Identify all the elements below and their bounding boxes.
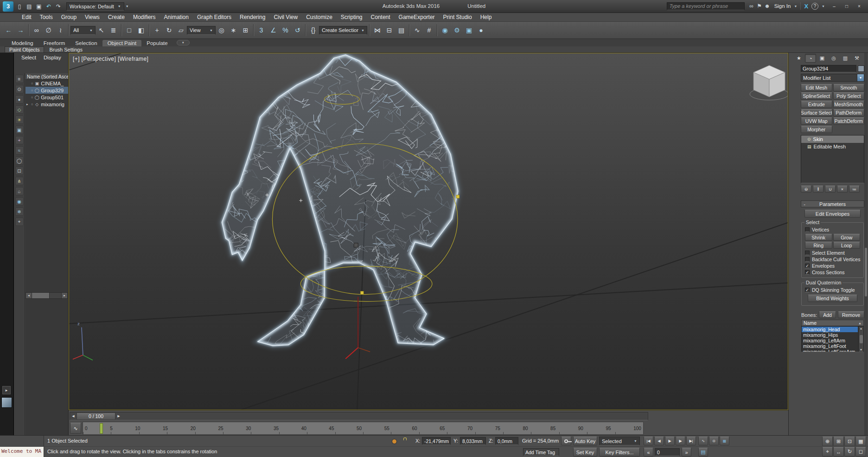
- edit-envelopes-button[interactable]: Edit Envelopes: [804, 210, 861, 218]
- manipulate-icon[interactable]: ∗: [228, 25, 239, 36]
- backface-cull-checkbox[interactable]: Backface Cull Vertices: [803, 256, 862, 263]
- ribbon-collapse-icon[interactable]: ▾: [177, 40, 190, 45]
- mini-curve-editor-icon[interactable]: ∿: [70, 423, 81, 434]
- visibility-dot-icon[interactable]: ○: [31, 96, 33, 99]
- object-name-field[interactable]: Group3294: [801, 65, 856, 72]
- time-slider-track[interactable]: ◀ 0 / 100 ▶: [70, 412, 648, 420]
- viewport-label[interactable]: [+] [Perspective] [Wireframe]: [73, 56, 148, 62]
- layout-thumbnail[interactable]: [1, 397, 12, 408]
- visibility-dot-icon[interactable]: ○: [31, 103, 33, 106]
- undo-icon[interactable]: ↶: [44, 2, 53, 11]
- visibility-dot-icon[interactable]: ○: [31, 89, 33, 92]
- prev-key-icon[interactable]: «: [644, 448, 653, 457]
- current-frame-field[interactable]: 0: [655, 448, 680, 456]
- show-helpers-icon[interactable]: +: [15, 136, 24, 144]
- explorer-menu[interactable]: Select: [21, 55, 36, 63]
- go-start-icon[interactable]: |◀: [644, 437, 653, 445]
- menu-item[interactable]: Civil View: [269, 14, 302, 20]
- shrink-button[interactable]: Shrink: [805, 234, 832, 241]
- modifier-button[interactable]: Extrude: [801, 101, 832, 108]
- curve-editor-icon[interactable]: ∿: [411, 25, 423, 36]
- select-object-icon[interactable]: ↖: [96, 25, 107, 36]
- modifier-button[interactable]: UVW Map: [801, 117, 832, 125]
- zoom-extents-all-icon[interactable]: ▦: [855, 437, 866, 446]
- z-coordinate-field[interactable]: 0,0mm: [495, 437, 518, 445]
- menu-item[interactable]: Rendering: [236, 14, 269, 20]
- search-community-icon[interactable]: ∞: [748, 3, 755, 9]
- minimize-icon[interactable]: –: [828, 2, 840, 10]
- create-tab-icon[interactable]: ★: [793, 54, 804, 63]
- sign-in-caret-icon[interactable]: ▼: [794, 5, 797, 8]
- show-cameras-icon[interactable]: ▣: [15, 126, 24, 134]
- select-link-icon[interactable]: ∞: [31, 25, 42, 36]
- next-key-icon[interactable]: »: [682, 448, 691, 457]
- zoom-extents-icon[interactable]: ⊡: [844, 437, 855, 446]
- prev-frame-arrow-icon[interactable]: ◀: [70, 412, 77, 420]
- y-coordinate-field[interactable]: 8,033mm: [460, 437, 486, 445]
- x-logo-icon[interactable]: X: [804, 3, 808, 10]
- x-coordinate-field[interactable]: -21,479mm: [422, 437, 451, 445]
- ribbon-tab[interactable]: Freeform: [38, 40, 70, 46]
- dq-skinning-checkbox[interactable]: DQ Skinning Toggle: [803, 287, 862, 293]
- scene-item-mixamorig[interactable]: ▸ ○ ◇ mixamorig: [26, 101, 68, 108]
- modify-tab-icon[interactable]: ◔: [805, 54, 816, 63]
- select-element-checkbox[interactable]: Select Element: [803, 250, 862, 256]
- percent-snap-icon[interactable]: %: [280, 25, 291, 36]
- object-color-swatch[interactable]: [858, 65, 864, 72]
- modifier-button[interactable]: MeshSmooth: [833, 101, 865, 108]
- open-listener-icon[interactable]: ▤: [698, 448, 708, 457]
- ribbon-tab[interactable]: Selection: [70, 40, 102, 46]
- modifier-stack-item[interactable]: ⊙ Skin: [801, 135, 864, 143]
- show-groups-icon[interactable]: ◯: [15, 156, 24, 165]
- open-file-icon[interactable]: ▤: [25, 2, 34, 11]
- scene-item-group501[interactable]: ○ ◯ Group501: [26, 94, 68, 101]
- named-selection-set-dropdown[interactable]: Create Selection Se ▼: [319, 26, 367, 35]
- snap-toggle-icon[interactable]: 3: [255, 25, 267, 36]
- material-editor-icon[interactable]: ◉: [439, 25, 451, 36]
- modifier-icon[interactable]: ▤: [807, 144, 811, 149]
- grow-button[interactable]: Grow: [833, 234, 861, 241]
- go-end-icon[interactable]: ▶|: [686, 437, 696, 445]
- isolate-selection-icon[interactable]: [392, 439, 396, 444]
- show-end-result-icon[interactable]: ‖: [813, 186, 823, 193]
- scroll-down-icon[interactable]: ▼: [860, 348, 862, 351]
- show-spacewarps-icon[interactable]: ≈: [15, 146, 24, 154]
- zoom-all-icon[interactable]: ⊞: [833, 437, 844, 446]
- envelopes-checkbox[interactable]: Envelopes: [803, 263, 862, 269]
- maximize-viewport-icon[interactable]: ◻: [855, 447, 866, 457]
- bone-list-item[interactable]: mixamorig_LeftForeArm: [802, 349, 858, 352]
- scroll-thumb[interactable]: [865, 248, 867, 296]
- auto-key-button[interactable]: Auto Key: [573, 437, 597, 445]
- back-arrow-icon[interactable]: ←: [3, 25, 14, 36]
- modifier-button[interactable]: PathDeform: [833, 109, 865, 116]
- command-panel-scrollbar[interactable]: [864, 53, 868, 435]
- maxscript-mini-listener[interactable]: Welcome to MA: [0, 447, 44, 457]
- mirror-icon[interactable]: ⋈: [371, 25, 383, 36]
- show-frozen-icon[interactable]: ❄: [15, 207, 24, 216]
- key-mode-dropdown[interactable]: Selected ▼: [599, 437, 640, 445]
- bone-list-item[interactable]: mixamorig_Head: [802, 327, 858, 332]
- scene-item-group3294[interactable]: ○ ◯ Group329: [26, 87, 68, 94]
- set-key-button[interactable]: Set Key: [573, 448, 597, 457]
- modifier-button[interactable]: Poly Select: [833, 92, 865, 100]
- loop-button[interactable]: Loop: [833, 242, 861, 249]
- workspace-dropdown[interactable]: Workspace: Default ▼: [66, 2, 124, 11]
- move-icon[interactable]: +: [151, 25, 163, 36]
- zoom-icon[interactable]: ⊕: [822, 437, 833, 446]
- show-all-icon[interactable]: ⊙: [15, 85, 24, 93]
- vertices-checkbox[interactable]: Vertices: [803, 226, 862, 233]
- remove-bone-button[interactable]: Remove: [838, 311, 864, 318]
- selection-filter-dropdown[interactable]: All ▼: [70, 26, 96, 35]
- close-icon[interactable]: ×: [853, 2, 865, 10]
- scroll-thumb[interactable]: [32, 293, 50, 298]
- macro-recorder-pane[interactable]: [0, 436, 44, 446]
- remove-modifier-icon[interactable]: ×: [837, 186, 848, 193]
- fov-icon[interactable]: ⌖: [822, 447, 833, 457]
- modifier-button[interactable]: PatchDeform: [833, 117, 865, 125]
- key-filters-button[interactable]: Key Filters...: [599, 448, 640, 457]
- show-geometry-icon[interactable]: ●: [15, 95, 24, 103]
- menu-item[interactable]: Help: [476, 14, 496, 20]
- help-icon[interactable]: ?: [811, 3, 818, 10]
- scroll-track[interactable]: [50, 293, 61, 298]
- time-slider-handle[interactable]: 0 / 100: [77, 412, 115, 420]
